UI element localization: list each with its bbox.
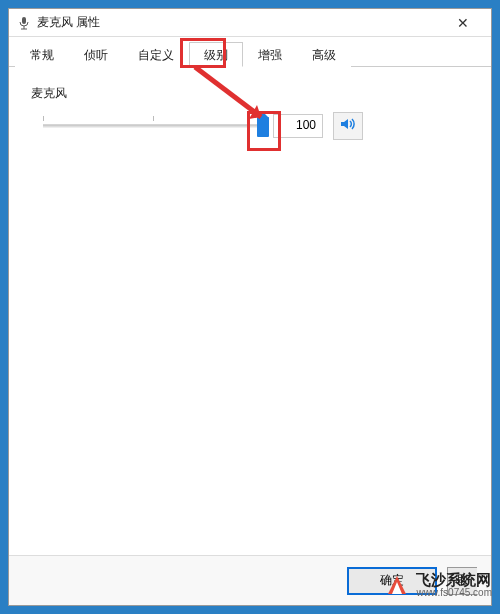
watermark: 飞沙系统网 www.fs0745.com xyxy=(384,572,492,598)
tab-levels[interactable]: 级别 xyxy=(189,42,243,67)
mute-button[interactable] xyxy=(333,112,363,140)
microphone-icon xyxy=(17,16,31,30)
tab-listen[interactable]: 侦听 xyxy=(69,42,123,67)
window-title: 麦克风 属性 xyxy=(37,14,443,31)
tab-content: 麦克风 100 xyxy=(9,67,491,555)
level-value[interactable]: 100 xyxy=(273,114,323,138)
svg-rect-0 xyxy=(22,17,26,24)
slider-thumb[interactable] xyxy=(257,117,269,137)
watermark-url: www.fs0745.com xyxy=(416,587,492,598)
watermark-name: 飞沙系统网 xyxy=(416,572,492,587)
speaker-icon xyxy=(340,117,356,135)
tab-advanced[interactable]: 高级 xyxy=(297,42,351,67)
level-row: 100 xyxy=(27,112,473,140)
tab-custom[interactable]: 自定义 xyxy=(123,42,189,67)
tab-bar: 常规 侦听 自定义 级别 增强 高级 xyxy=(9,37,491,67)
properties-window: 麦克风 属性 ✕ 常规 侦听 自定义 级别 增强 高级 麦克风 100 xyxy=(8,8,492,606)
titlebar: 麦克风 属性 ✕ xyxy=(9,9,491,37)
level-slider[interactable] xyxy=(43,114,263,138)
microphone-label: 麦克风 xyxy=(31,85,473,102)
tab-general[interactable]: 常规 xyxy=(15,42,69,67)
close-button[interactable]: ✕ xyxy=(443,10,483,36)
tab-enhance[interactable]: 增强 xyxy=(243,42,297,67)
watermark-icon xyxy=(384,572,410,598)
